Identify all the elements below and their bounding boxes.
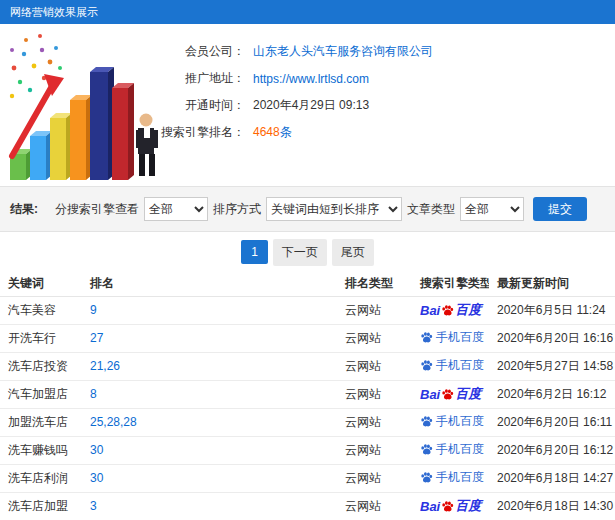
engine-cell: Bai百度 [412, 492, 489, 520]
updated-cell: 2020年6月20日 16:11 [489, 408, 615, 436]
table-row: 洗车赚钱吗30云网站手机百度2020年6月20日 16:12 [0, 436, 615, 464]
keyword-cell: 洗车店投资 [0, 352, 82, 380]
rank-count-label: 搜索引擎排名： [160, 124, 245, 141]
next-page-button[interactable]: 下一页 [273, 239, 327, 266]
mobile-baidu-logo: 手机百度 [420, 469, 484, 486]
engine-cell: 手机百度 [412, 324, 489, 352]
table-row: 洗车店投资21,26云网站手机百度2020年5月27日 14:58 [0, 352, 615, 380]
rank-link[interactable]: 30 [90, 471, 103, 485]
header: 网络营销效果展示 [0, 0, 615, 24]
rank-type-cell: 云网站 [337, 352, 412, 380]
updated-cell: 2020年6月20日 16:12 [489, 436, 615, 464]
mobile-baidu-label: 手机百度 [436, 329, 484, 346]
table-row: 加盟洗车店25,28,28云网站手机百度2020年6月20日 16:11 [0, 408, 615, 436]
company-info: 会员公司： 山东老人头汽车服务咨询有限公司 推广地址： https://www.… [160, 24, 615, 186]
updated-cell: 2020年6月5日 11:24 [489, 296, 615, 324]
company-label: 会员公司： [160, 43, 245, 60]
rank-cell: 27 [82, 324, 337, 352]
rank-type-cell: 云网站 [337, 492, 412, 520]
engine-cell: Bai百度 [412, 380, 489, 408]
baidu-logo-cn: 百度 [455, 497, 481, 515]
table-row: 开洗车行27云网站手机百度2020年6月20日 16:16 [0, 324, 615, 352]
rank-count-row: 搜索引擎排名： 4648条 [160, 119, 615, 146]
rank-cell: 9 [82, 296, 337, 324]
mobile-baidu-label: 手机百度 [436, 357, 484, 374]
page-1-button[interactable]: 1 [241, 240, 268, 264]
rank-link[interactable]: 21,26 [90, 359, 120, 373]
submit-button[interactable]: 提交 [533, 197, 587, 221]
open-time-label: 开通时间： [160, 97, 245, 114]
mobile-baidu-label: 手机百度 [436, 469, 484, 486]
baidu-logo-latin: Bai [420, 387, 440, 402]
engine-cell: 手机百度 [412, 408, 489, 436]
baidu-logo-cn: 百度 [455, 301, 481, 319]
table-header-row: 关键词 排名 排名类型 搜索引擎类型 最新更新时间 [0, 272, 615, 296]
rank-link[interactable]: 3 [90, 499, 97, 513]
header-keyword: 关键词 [0, 272, 82, 296]
sort-filter-label: 排序方式 [213, 201, 261, 218]
baidu-logo: Bai百度 [420, 497, 481, 515]
rank-cell: 30 [82, 464, 337, 492]
page: 网络营销效果展示 [0, 0, 615, 520]
keyword-cell: 洗车店利润 [0, 464, 82, 492]
growth-chart-graphic [0, 24, 160, 186]
header-engine-type: 搜索引擎类型 [412, 272, 489, 296]
rank-type-cell: 云网站 [337, 324, 412, 352]
rank-link[interactable]: 25,28,28 [90, 415, 137, 429]
open-time-value: 2020年4月29日 09:13 [253, 97, 369, 114]
updated-cell: 2020年5月27日 14:58 [489, 352, 615, 380]
rank-type-cell: 云网站 [337, 408, 412, 436]
rank-type-cell: 云网站 [337, 296, 412, 324]
table-row: 洗车店加盟3云网站Bai百度2020年6月18日 14:30 [0, 492, 615, 520]
rank-count-number: 4648 [253, 125, 280, 139]
result-label: 结果: [10, 201, 38, 218]
baidu-logo-latin: Bai [420, 499, 440, 514]
rank-count-unit: 条 [280, 125, 292, 139]
pagination: 1 下一页 尾页 [0, 232, 615, 272]
keyword-cell: 洗车赚钱吗 [0, 436, 82, 464]
rank-count-value: 4648条 [253, 124, 292, 141]
updated-cell: 2020年6月18日 14:30 [489, 492, 615, 520]
rank-cell: 21,26 [82, 352, 337, 380]
engine-cell: Bai百度 [412, 296, 489, 324]
keyword-cell: 开洗车行 [0, 324, 82, 352]
rank-cell: 8 [82, 380, 337, 408]
engine-select[interactable]: 全部 [144, 197, 208, 221]
company-name-link[interactable]: 山东老人头汽车服务咨询有限公司 [253, 43, 433, 60]
baidu-paw-icon [420, 471, 433, 484]
mobile-baidu-logo: 手机百度 [420, 357, 484, 374]
engine-filter-label: 分搜索引擎查看 [55, 201, 139, 218]
rank-cell: 3 [82, 492, 337, 520]
baidu-paw-icon [420, 443, 433, 456]
table-row: 汽车美容9云网站Bai百度2020年6月5日 11:24 [0, 296, 615, 324]
header-updated: 最新更新时间 [489, 272, 615, 296]
engine-cell: 手机百度 [412, 436, 489, 464]
table-row: 汽车加盟店8云网站Bai百度2020年6月2日 16:12 [0, 380, 615, 408]
rank-link[interactable]: 8 [90, 387, 97, 401]
engine-cell: 手机百度 [412, 464, 489, 492]
baidu-paw-icon [441, 304, 454, 317]
rank-cell: 30 [82, 436, 337, 464]
mobile-baidu-label: 手机百度 [436, 441, 484, 458]
baidu-paw-icon [420, 359, 433, 372]
type-select[interactable]: 全部 [460, 197, 524, 221]
filter-controls: 分搜索引擎查看 全部 排序方式 关键词由短到长排序 文章类型 全部 提交 [55, 197, 587, 221]
baidu-paw-icon [441, 388, 454, 401]
last-page-button[interactable]: 尾页 [332, 239, 374, 266]
type-filter-label: 文章类型 [407, 201, 455, 218]
keyword-cell: 加盟洗车店 [0, 408, 82, 436]
rank-link[interactable]: 9 [90, 303, 97, 317]
rank-link[interactable]: 30 [90, 443, 103, 457]
sort-select[interactable]: 关键词由短到长排序 [266, 197, 402, 221]
promo-url-row: 推广地址： https://www.lrtlsd.com [160, 65, 615, 92]
rank-link[interactable]: 27 [90, 331, 103, 345]
promo-url-link[interactable]: https://www.lrtlsd.com [253, 72, 369, 86]
promo-url-label: 推广地址： [160, 70, 245, 87]
baidu-paw-icon [441, 500, 454, 513]
baidu-paw-icon [420, 331, 433, 344]
info-panel: 会员公司： 山东老人头汽车服务咨询有限公司 推广地址： https://www.… [0, 24, 615, 186]
engine-cell: 手机百度 [412, 352, 489, 380]
baidu-paw-icon [420, 415, 433, 428]
baidu-logo-latin: Bai [420, 303, 440, 318]
results-table: 关键词 排名 排名类型 搜索引擎类型 最新更新时间 汽车美容9云网站Bai百度2… [0, 272, 615, 520]
